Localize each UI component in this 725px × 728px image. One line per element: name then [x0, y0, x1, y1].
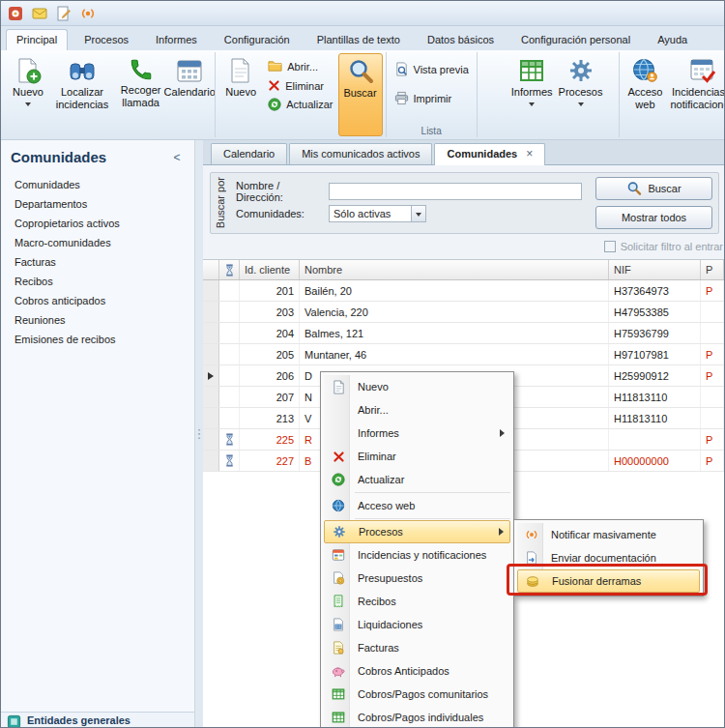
menu-item-informes[interactable]: Informes — [324, 422, 510, 445]
sidebar-footer-entidades-generales[interactable]: Entidades generales — [1, 712, 194, 727]
sidebar-item-cobros-anticipados[interactable]: Cobros anticipados — [1, 291, 194, 310]
menu-item-nuevo[interactable]: Nuevo — [324, 375, 510, 398]
submenu-item-notificar-masivamente[interactable]: Notificar masivamente — [517, 523, 700, 546]
cell-p: P — [701, 344, 724, 364]
menu-item-eliminar[interactable]: Eliminar — [324, 445, 510, 468]
table-row-203[interactable]: 203 Valencia, 220 H47953385 — [203, 302, 724, 323]
processes-button[interactable]: Procesos — [556, 53, 606, 125]
print-button[interactable]: Imprimir — [390, 90, 474, 106]
close-tab-icon[interactable]: × — [526, 150, 533, 159]
buscar-por-label: Buscar por — [215, 177, 226, 228]
menu-item-recibos[interactable]: Recibos — [324, 590, 510, 613]
buscar-button[interactable]: Buscar — [595, 177, 712, 200]
solicitar-filtro-checkbox[interactable] — [604, 241, 616, 252]
mail-icon[interactable] — [31, 5, 48, 22]
header-nif[interactable]: NIF — [609, 260, 701, 279]
menu-item-cobros-pagos-comunitarios[interactable]: Cobros/Pagos comunitarios — [324, 683, 510, 706]
sidebar-item-facturas[interactable]: Facturas — [1, 252, 194, 272]
refresh-button[interactable]: Actualizar — [263, 97, 337, 112]
open-button[interactable]: Abrir... — [263, 58, 337, 74]
sidebar-item-reuniones[interactable]: Reuniones — [1, 310, 194, 330]
broadcast-icon[interactable] — [79, 5, 97, 22]
new-record-button[interactable]: Nuevo — [218, 53, 263, 125]
delete-icon — [328, 451, 349, 463]
globe-icon — [328, 499, 349, 512]
search-button-ribbon[interactable]: Buscar — [338, 53, 383, 136]
tab-comunidades[interactable]: Comunidades × — [434, 143, 545, 165]
sidebar-collapse-icon[interactable]: < — [169, 151, 185, 164]
cell-nombre: Muntaner, 46 — [300, 344, 609, 364]
menu-item-actualizar[interactable]: Actualizar — [324, 468, 510, 491]
cell-p — [701, 408, 724, 428]
header-nombre[interactable]: Nombre — [300, 260, 609, 279]
sidebar-item-recibos[interactable]: Recibos — [1, 272, 194, 291]
communities-select[interactable]: Sólo activas — [329, 205, 426, 222]
ribbon-group-web: Acceso web Incidencias y notificaciones — [619, 52, 725, 137]
ribbon-tab-principal[interactable]: Principal — [6, 29, 68, 50]
print-preview-button[interactable]: Vista previa — [390, 61, 474, 77]
mostrar-todos-button[interactable]: Mostrar todos — [595, 206, 712, 229]
menu-item-cobros-anticipados[interactable]: Cobros Anticipados — [324, 659, 510, 683]
receipt-icon — [328, 595, 349, 608]
communities-label: Comunidades: — [236, 208, 329, 219]
ribbon-tab-ayuda[interactable]: Ayuda — [647, 29, 698, 50]
ribbon-tab-procesos[interactable]: Procesos — [73, 29, 139, 50]
sidebar-item-macro-comunidades[interactable]: Macro-comunidades — [1, 233, 194, 252]
app-icon[interactable] — [7, 5, 24, 22]
cell-id: 207 — [240, 387, 300, 407]
row-status-cell — [219, 302, 240, 322]
row-indicator-selected — [203, 365, 219, 386]
new-record-label: Nuevo — [225, 86, 256, 99]
tab-mis-comunicados-activos[interactable]: Mis comunicados activos — [289, 143, 432, 164]
compose-note-icon[interactable] — [55, 5, 72, 22]
calendar-button[interactable]: Calendario — [167, 53, 212, 125]
ribbon-group-tools: Informes Procesos — [477, 52, 620, 137]
cell-p — [701, 323, 724, 343]
menu-item-cobros-pagos-individuales[interactable]: Cobros/Pagos individuales — [324, 706, 510, 728]
ribbon-tab-plantillas[interactable]: Plantillas de texto — [306, 29, 411, 50]
calendar-label: Calendario — [164, 86, 216, 99]
sidebar-item-comunidades[interactable]: Comunidades — [1, 175, 194, 194]
menu-item-facturas[interactable]: Facturas — [324, 636, 510, 659]
name-address-input[interactable] — [329, 183, 582, 200]
table-row-201[interactable]: 201 Bailén, 20 H37364973 P — [203, 280, 724, 302]
table-row-205[interactable]: 205 Muntaner, 46 H97107981 P — [203, 344, 724, 365]
header-id-cliente[interactable]: Id. cliente — [240, 260, 300, 279]
submenu-item-enviar-documentacion[interactable]: Enviar documentación — [517, 546, 700, 569]
binoculars-icon — [69, 57, 96, 84]
new-split-button[interactable]: Nuevo — [6, 53, 50, 125]
sidebar-splitter[interactable]: ⋮ — [194, 140, 203, 727]
submenu-item-fusionar-derramas[interactable]: Fusionar derramas — [517, 569, 700, 593]
menu-item-procesos[interactable]: Procesos — [324, 520, 510, 543]
folder-open-icon — [268, 59, 282, 73]
open-label: Abrir... — [287, 61, 318, 73]
locate-incidents-button[interactable]: Localizar incidencias — [50, 53, 114, 125]
broadcast-icon — [521, 528, 542, 541]
menu-item-abrir[interactable]: Abrir... — [324, 398, 510, 422]
ribbon-tab-configuracion-personal[interactable]: Configuración personal — [510, 29, 641, 50]
cell-nombre: Bailén, 20 — [300, 280, 609, 301]
menu-item-presupuestos[interactable]: Presupuestos — [324, 567, 510, 590]
delete-button[interactable]: Eliminar — [263, 78, 337, 93]
table-row-204[interactable]: 204 Balmes, 121 H75936799 — [203, 323, 724, 344]
ribbon-tab-configuracion[interactable]: Configuración — [214, 29, 301, 50]
incidents-notifications-button[interactable]: Incidencias y notificaciones — [667, 53, 725, 125]
menu-item-liquidaciones[interactable]: Liquidaciones — [324, 613, 510, 636]
pickup-call-button[interactable]: Recoger llamada — [114, 53, 167, 125]
menu-item-incidencias-y-notificaciones[interactable]: Incidencias y notificaciones — [324, 543, 510, 567]
ribbon-tab-informes[interactable]: Informes — [145, 29, 208, 50]
header-hourglass-icon[interactable] — [219, 260, 240, 279]
ribbon-tab-datos-basicos[interactable]: Datos básicos — [417, 29, 505, 50]
header-p[interactable]: P — [701, 260, 724, 279]
sidebar-item-emisiones-de-recibos[interactable]: Emisiones de recibos — [1, 330, 194, 349]
sidebar-item-departamentos[interactable]: Departamentos — [1, 194, 194, 214]
ribbon-group-caption-lista: Lista — [387, 126, 477, 137]
tab-calendario[interactable]: Calendario — [211, 143, 287, 164]
sidebar-item-copropietarios-activos[interactable]: Copropietarios activos — [1, 214, 194, 233]
menu-item-acceso-web[interactable]: Acceso web — [324, 494, 510, 517]
chevron-down-icon — [25, 102, 31, 106]
dropdown-button[interactable] — [411, 206, 425, 221]
row-status-cell — [219, 387, 240, 407]
reports-button[interactable]: Informes — [508, 53, 556, 125]
web-access-button[interactable]: Acceso web — [623, 53, 667, 125]
